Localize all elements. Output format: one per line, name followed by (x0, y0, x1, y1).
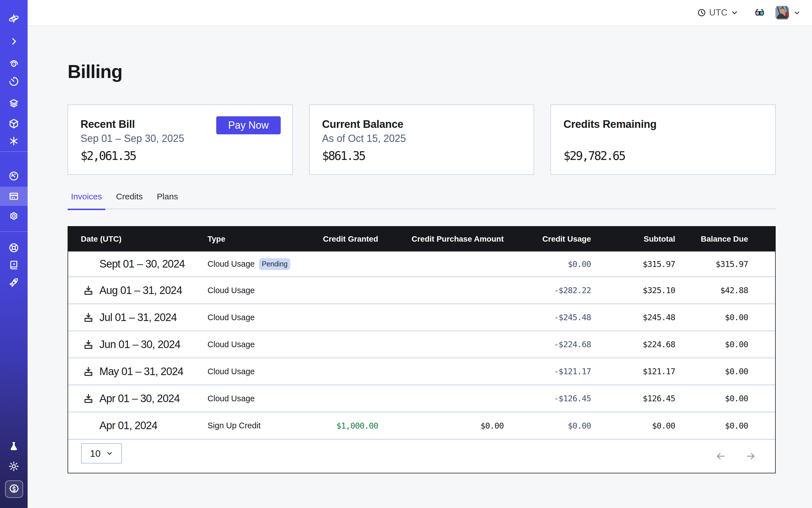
sidebar-divider (0, 231, 28, 232)
invoice-type: Cloud Usage (208, 367, 255, 376)
page-size-value: 10 (90, 448, 101, 459)
user-avatar[interactable] (775, 6, 789, 19)
download-invoice-icon[interactable] (84, 286, 93, 295)
col-type: Type (208, 227, 294, 251)
invoice-date: Sept 01 – 30, 2024 (99, 258, 185, 270)
table-row[interactable]: Jun 01 – 30, 2024 Cloud Usage -$224.68 $… (68, 331, 775, 358)
theme-sun-icon[interactable] (0, 457, 28, 476)
card-subtitle: As of Oct 15, 2025 (322, 133, 521, 144)
recent-bill-card: Recent Bill Sep 01 – Sep 30, 2025 $2,061… (68, 104, 293, 175)
main-content: Billing Recent Bill Sep 01 – Sep 30, 202… (28, 26, 812, 508)
credit-purchase-value: $0.00 (481, 421, 504, 431)
arrow-left-icon (716, 451, 726, 461)
credit-usage-value: $0.00 (568, 421, 591, 431)
topbar: UTC (28, 0, 812, 26)
subtotal-value: $0.00 (652, 421, 675, 431)
sidebar-item-billing[interactable] (0, 187, 28, 206)
credit-granted-value: $1,000.00 (336, 421, 378, 431)
col-credit-usage: Credit Usage (504, 227, 591, 251)
subtotal-value: $121.17 (643, 367, 675, 376)
card-title: Current Balance (322, 118, 521, 130)
balance-due-value: $0.00 (725, 367, 748, 376)
sidebar-divider (0, 152, 28, 152)
invoice-type: Cloud Usage (208, 340, 255, 349)
tab-invoices[interactable]: Invoices (68, 192, 105, 209)
col-subtotal: Subtotal (591, 227, 675, 251)
chevron-down-icon (106, 450, 113, 457)
page-title: Billing (68, 61, 776, 82)
table-row[interactable]: Aug 01 – 31, 2024 Cloud Usage -$282.22 $… (68, 277, 775, 304)
download-invoice-icon[interactable] (84, 367, 93, 376)
col-balance-due: Balance Due (675, 227, 775, 251)
current-balance-card: Current Balance As of Oct 15, 2025 $861.… (309, 104, 535, 175)
balance-due-value: $315.97 (716, 259, 748, 269)
logo-orbit-icon[interactable] (0, 9, 28, 28)
invoice-date: May 01 – 31, 2024 (99, 366, 183, 378)
invoice-date: Jun 01 – 30, 2024 (99, 338, 180, 350)
next-page-button[interactable] (745, 451, 756, 461)
credit-usage-value: -$126.45 (554, 394, 591, 403)
current-balance-amount: $861.35 (322, 149, 365, 163)
rocket-icon[interactable] (0, 273, 28, 292)
tab-credits[interactable]: Credits (113, 192, 146, 209)
invoice-date: Apr 01 – 30, 2024 (99, 392, 180, 405)
col-credit-purchase: Credit Purchase Amount (378, 227, 504, 251)
pending-badge: Pending (259, 258, 291, 270)
invoice-type: Sign Up Credit (208, 421, 261, 430)
support-lifebuoy-icon[interactable] (0, 238, 28, 257)
settings-gear-icon[interactable] (0, 206, 28, 225)
page-size-select[interactable]: 10 (81, 443, 122, 464)
tab-plans[interactable]: Plans (154, 192, 181, 209)
expand-sidebar-chevron[interactable] (0, 32, 28, 51)
download-invoice-icon[interactable] (84, 394, 93, 403)
table-row[interactable]: Apr 01 – 30, 2024 Cloud Usage -$126.45 $… (68, 385, 775, 412)
subtotal-value: $126.45 (643, 394, 675, 403)
balance-due-value: $0.00 (725, 312, 748, 322)
invoice-type: Cloud Usage (208, 313, 255, 322)
3d-glasses-icon[interactable] (755, 8, 764, 17)
dashboard-gauge-icon[interactable] (0, 166, 28, 185)
balance-due-value: $42.88 (720, 286, 748, 295)
invoice-date: Aug 01 – 31, 2024 (99, 285, 182, 297)
invoices-table: Date (UTC) Type Credit Granted Credit Pu… (68, 226, 776, 473)
invoice-date: Jul 01 – 31, 2024 (99, 311, 177, 324)
subtotal-value: $224.68 (643, 340, 675, 349)
credit-usage-value: -$224.68 (554, 340, 591, 349)
layers-icon[interactable] (0, 94, 28, 113)
billing-tabs: Invoices Credits Plans (68, 192, 776, 209)
timezone-selector[interactable]: UTC (697, 8, 738, 18)
timezone-label: UTC (709, 8, 728, 18)
credits-dollar-badge[interactable] (5, 480, 23, 498)
asterisk-icon[interactable] (0, 131, 28, 151)
package-cube-icon[interactable] (0, 114, 28, 133)
sidebar (0, 0, 28, 508)
subtotal-value: $315.97 (643, 259, 675, 269)
download-invoice-icon[interactable] (84, 312, 93, 322)
credits-remaining-card: Credits Remaining $29,782.65 (550, 104, 776, 175)
credit-usage-value: -$245.48 (554, 312, 591, 322)
subtotal-value: $325.10 (643, 286, 675, 295)
schedule-clock-icon[interactable] (0, 72, 28, 91)
table-row[interactable]: Apr 01, 2024 Sign Up Credit $1,000.00 $0… (68, 412, 775, 439)
credit-usage-value: -$121.17 (554, 367, 591, 376)
card-subtitle: Sep 01 – Sep 30, 2025 (81, 133, 280, 144)
table-row[interactable]: Sept 01 – 30, 2024 Cloud Usage Pending $… (68, 251, 775, 277)
credit-usage-value: -$282.22 (554, 286, 591, 295)
download-invoice-icon[interactable] (84, 340, 93, 349)
table-row[interactable]: Jul 01 – 31, 2024 Cloud Usage -$245.48 $… (68, 304, 775, 331)
lab-flask-icon[interactable] (0, 437, 28, 456)
credits-remaining-amount: $29,782.65 (563, 149, 625, 163)
table-row[interactable]: May 01 – 31, 2024 Cloud Usage -$121.17 $… (68, 358, 775, 385)
recent-bill-amount: $2,061.35 (81, 149, 136, 163)
invoice-type: Cloud Usage (208, 259, 255, 269)
prev-page-button[interactable] (716, 451, 726, 461)
invoice-type: Cloud Usage (208, 286, 255, 295)
card-title: Credits Remaining (563, 118, 763, 130)
observe-icon[interactable] (0, 54, 28, 74)
docs-book-icon[interactable] (0, 255, 28, 274)
subtotal-value: $245.48 (643, 312, 675, 322)
pay-now-button[interactable]: Pay Now (216, 116, 281, 134)
summary-cards: Recent Bill Sep 01 – Sep 30, 2025 $2,061… (68, 104, 776, 175)
balance-due-value: $0.00 (725, 421, 748, 431)
user-menu-chevron-icon[interactable] (794, 9, 801, 16)
